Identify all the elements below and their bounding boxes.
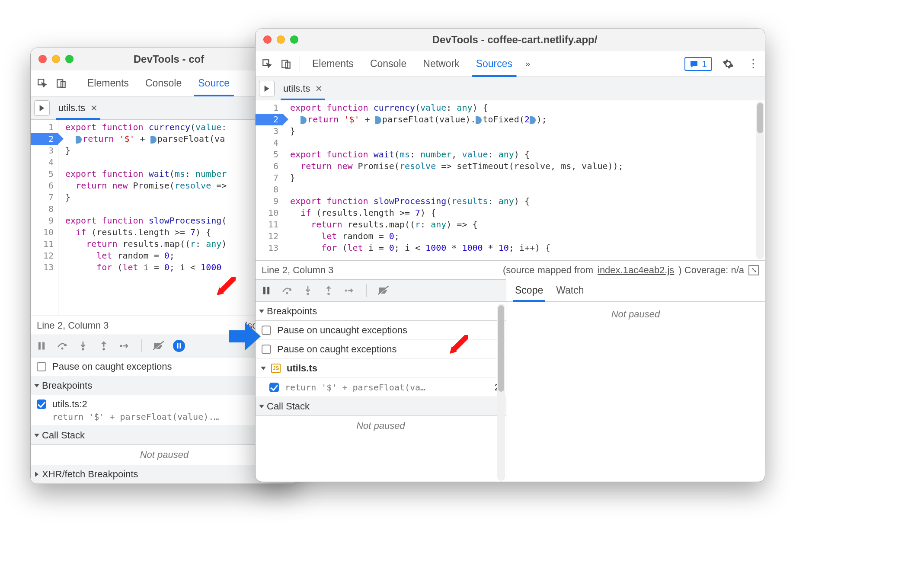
minimize-icon[interactable] [277, 35, 285, 44]
breakpoint-file-row[interactable]: JS utils.ts [256, 359, 506, 378]
step-over-icon[interactable] [56, 339, 69, 352]
line-number[interactable]: 10 [31, 227, 58, 238]
tab-console[interactable]: Console [137, 70, 189, 96]
scrollbar-thumb[interactable] [757, 103, 763, 133]
tab-scope[interactable]: Scope [515, 279, 543, 301]
inspect-icon[interactable] [258, 55, 276, 73]
step-icon[interactable] [343, 284, 356, 297]
file-tab-utils[interactable]: utils.ts ✕ [277, 77, 329, 100]
gutter[interactable]: 1 2 3 4 5 6 7 8 9 10 11 12 13 [31, 120, 58, 316]
svg-point-18 [286, 292, 288, 294]
window-title: DevTools - cof [78, 53, 260, 65]
close-icon[interactable]: ✕ [315, 83, 323, 94]
svg-rect-4 [42, 342, 45, 349]
breakpoint-entry[interactable]: return '$' + parseFloat(va… 2 [256, 378, 506, 397]
svg-rect-12 [180, 343, 182, 348]
tab-network[interactable]: Network [415, 51, 467, 77]
zoom-icon[interactable] [290, 35, 298, 44]
inspect-icon[interactable] [33, 74, 51, 93]
line-number[interactable]: 6 [31, 180, 58, 192]
scrollbar-thumb[interactable] [498, 305, 504, 392]
scope-watch-tabs: Scope Watch [506, 279, 765, 302]
step-out-icon[interactable] [322, 284, 335, 297]
line-number[interactable]: 8 [256, 184, 283, 195]
settings-icon[interactable] [719, 55, 737, 73]
traffic-lights [263, 35, 298, 44]
step-into-icon[interactable] [301, 284, 314, 297]
disclosure-icon [34, 434, 39, 437]
line-number[interactable]: 7 [31, 192, 58, 203]
source-map-suffix: ) Coverage: n/a [678, 265, 744, 276]
line-number-breakpoint[interactable]: 2 [256, 114, 283, 125]
file-nav-toggle-icon[interactable] [34, 100, 50, 116]
more-tabs-icon[interactable]: » [521, 59, 534, 69]
line-number-breakpoint[interactable]: 2 [31, 133, 58, 145]
close-icon[interactable] [263, 35, 272, 44]
line-number[interactable]: 5 [256, 149, 283, 160]
device-toggle-icon[interactable] [52, 74, 70, 93]
kebab-menu-icon[interactable]: ⋮ [744, 55, 762, 73]
pause-exceptions-icon[interactable] [173, 340, 185, 352]
gutter[interactable]: 1 2 3 4 5 6 7 8 9 10 11 12 13 [256, 100, 283, 260]
tab-watch[interactable]: Watch [556, 279, 584, 301]
tab-elements[interactable]: Elements [80, 70, 137, 96]
step-over-icon[interactable] [281, 284, 294, 297]
line-number[interactable]: 11 [31, 238, 58, 250]
line-number[interactable]: 4 [31, 157, 58, 168]
close-icon[interactable]: ✕ [90, 103, 98, 113]
step-into-icon[interactable] [77, 339, 90, 352]
issues-button[interactable]: 1 [684, 57, 712, 71]
line-number[interactable]: 1 [31, 121, 58, 133]
code-editor[interactable]: 1 2 3 4 5 6 7 8 9 10 11 12 13 export fun… [256, 100, 765, 260]
line-number[interactable]: 3 [256, 125, 283, 137]
checkbox[interactable] [262, 345, 271, 354]
scrollbar[interactable] [497, 304, 505, 481]
pause-resume-icon[interactable] [35, 339, 48, 352]
line-number[interactable]: 7 [256, 172, 283, 184]
tab-console[interactable]: Console [362, 51, 414, 77]
close-icon[interactable] [38, 55, 47, 63]
line-number[interactable]: 1 [256, 102, 283, 114]
line-number[interactable]: 13 [31, 262, 58, 273]
checkbox[interactable] [37, 399, 46, 409]
step-icon[interactable] [118, 339, 131, 352]
collapse-icon[interactable]: ⤡ [748, 265, 759, 275]
line-number[interactable]: 9 [256, 195, 283, 207]
line-number[interactable]: 12 [31, 250, 58, 262]
js-file-icon: JS [271, 364, 281, 373]
checkbox[interactable] [37, 362, 46, 371]
disclosure-icon [35, 472, 38, 477]
line-number[interactable]: 4 [256, 137, 283, 149]
tab-sources[interactable]: Source [190, 70, 237, 96]
pause-resume-icon[interactable] [260, 284, 273, 297]
breakpoints-header[interactable]: Breakpoints [256, 302, 506, 321]
deactivate-breakpoints-icon[interactable] [377, 284, 390, 297]
line-number[interactable]: 9 [31, 215, 58, 227]
checkbox[interactable] [269, 383, 279, 392]
source-map-link[interactable]: index.1ac4eab2.js [598, 265, 674, 276]
file-nav-toggle-icon[interactable] [259, 81, 275, 96]
deactivate-breakpoints-icon[interactable] [152, 339, 165, 352]
line-number[interactable]: 6 [256, 160, 283, 172]
line-number[interactable]: 11 [256, 219, 283, 230]
scope-not-paused: Not paused [506, 304, 765, 324]
line-number[interactable]: 3 [31, 145, 58, 157]
line-number[interactable]: 12 [256, 230, 283, 242]
pause-caught-row[interactable]: Pause on caught exceptions [256, 340, 506, 359]
tab-sources[interactable]: Sources [468, 51, 520, 77]
zoom-icon[interactable] [65, 55, 74, 63]
tab-elements[interactable]: Elements [304, 51, 361, 77]
scrollbar[interactable] [756, 101, 764, 259]
step-out-icon[interactable] [97, 339, 110, 352]
device-toggle-icon[interactable] [277, 55, 295, 73]
line-number[interactable]: 5 [31, 168, 58, 180]
line-number[interactable]: 13 [256, 242, 283, 254]
callstack-header[interactable]: Call Stack [256, 397, 506, 416]
code-content[interactable]: export function currency(value: any) { r… [283, 100, 765, 260]
file-tab-utils[interactable]: utils.ts ✕ [52, 96, 104, 119]
minimize-icon[interactable] [52, 55, 60, 63]
line-number[interactable]: 8 [31, 203, 58, 215]
pause-uncaught-row[interactable]: Pause on uncaught exceptions [256, 321, 506, 340]
line-number[interactable]: 10 [256, 207, 283, 219]
checkbox[interactable] [262, 326, 271, 335]
